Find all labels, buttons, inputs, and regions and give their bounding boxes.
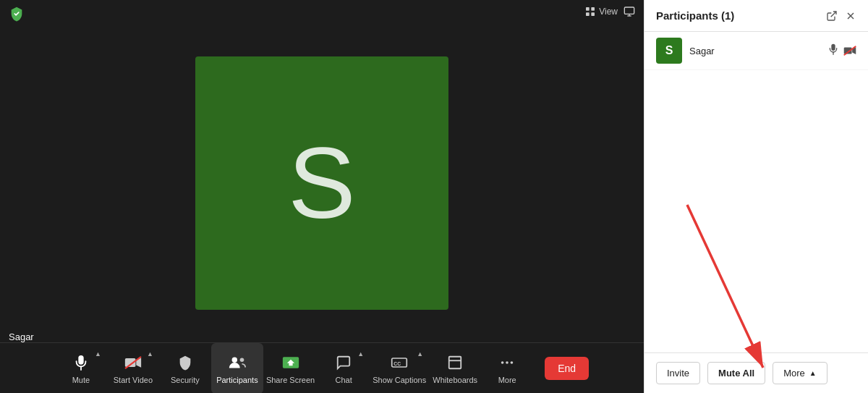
start-video-button[interactable]: ▲ Start Video [107, 343, 159, 394]
participant-mic-icon [827, 43, 839, 58]
chat-icon [333, 352, 354, 373]
whiteboards-icon [445, 352, 465, 373]
video-chevron[interactable]: ▲ [147, 350, 153, 358]
panel-bottom: Invite Mute All More ▲ [644, 352, 868, 393]
participant-info: Sagar [689, 46, 820, 56]
monitor-button[interactable] [624, 6, 635, 17]
chat-button[interactable]: ▲ Chat [318, 343, 370, 394]
participants-list: S Sagar [644, 32, 868, 352]
toolbar: ▲ Mute ▲ [0, 342, 644, 393]
participant-name: Sagar [689, 46, 820, 56]
app-container: View S Sagar ▲ [0, 0, 868, 393]
panel-more-button[interactable]: More ▲ [773, 362, 827, 384]
start-video-icon [123, 352, 143, 373]
mute-all-button[interactable]: Mute All [707, 362, 765, 384]
svg-point-21 [511, 361, 514, 364]
whiteboards-button[interactable]: Whiteboards [429, 343, 481, 394]
captions-chevron[interactable]: ▲ [417, 350, 423, 358]
panel-header-actions [826, 10, 856, 22]
participants-button[interactable]: Participants [211, 343, 263, 394]
video-participant-name: Sagar [9, 331, 34, 342]
svg-rect-4 [624, 7, 634, 14]
start-video-label: Start Video [114, 376, 153, 384]
security-button[interactable]: Security [159, 343, 211, 394]
more-icon [497, 352, 517, 373]
view-button[interactable]: View [584, 6, 618, 17]
svg-rect-17 [449, 356, 461, 368]
more-button[interactable]: More [481, 343, 533, 394]
mute-label: Mute [72, 376, 90, 384]
video-canvas: S [0, 23, 644, 342]
panel-header: Participants (1) [644, 0, 868, 32]
participant-video: S [195, 56, 448, 310]
mute-icon [71, 352, 91, 373]
share-screen-icon [281, 352, 301, 373]
panel-popout-button[interactable] [826, 10, 838, 22]
end-button[interactable]: End [545, 357, 589, 380]
participant-icons [827, 43, 856, 58]
participants-label: Participants [216, 376, 258, 384]
view-label: View [599, 7, 618, 17]
mute-button[interactable]: ▲ Mute [55, 343, 107, 394]
participant-video-letter: S [288, 124, 355, 242]
participants-panel: Participants (1) [644, 0, 868, 393]
panel-title: Participants (1) [656, 9, 734, 22]
participant-row: S Sagar [644, 32, 868, 70]
security-shield-icon[interactable] [9, 6, 25, 22]
chat-chevron[interactable]: ▲ [357, 350, 364, 358]
chat-label: Chat [336, 376, 352, 384]
whiteboards-label: Whiteboards [433, 376, 477, 384]
share-screen-label: Share Screen [266, 376, 315, 384]
svg-point-12 [240, 358, 244, 362]
show-captions-button[interactable]: ▲ CC Show Captions [370, 343, 429, 394]
share-screen-button[interactable]: Share Screen [263, 343, 318, 394]
svg-line-22 [831, 12, 836, 17]
svg-rect-3 [592, 12, 595, 16]
svg-point-11 [231, 357, 237, 362]
svg-point-19 [501, 361, 504, 364]
video-area: View S Sagar ▲ [0, 0, 644, 393]
svg-rect-1 [592, 7, 595, 11]
show-captions-icon: CC [389, 352, 409, 373]
participant-avatar: S [656, 38, 682, 64]
svg-rect-2 [586, 12, 590, 16]
svg-point-20 [506, 361, 509, 364]
svg-text:CC: CC [393, 361, 401, 366]
security-label: Security [171, 376, 200, 384]
svg-rect-0 [586, 7, 590, 11]
panel-close-button[interactable] [845, 10, 856, 22]
mute-chevron[interactable]: ▲ [95, 350, 101, 358]
participants-icon [227, 352, 247, 373]
top-bar: View [0, 0, 644, 23]
more-label: More [498, 376, 516, 384]
participant-video-icon [843, 46, 856, 56]
show-captions-label: Show Captions [373, 376, 426, 384]
invite-button[interactable]: Invite [656, 362, 700, 384]
security-icon [175, 352, 195, 373]
